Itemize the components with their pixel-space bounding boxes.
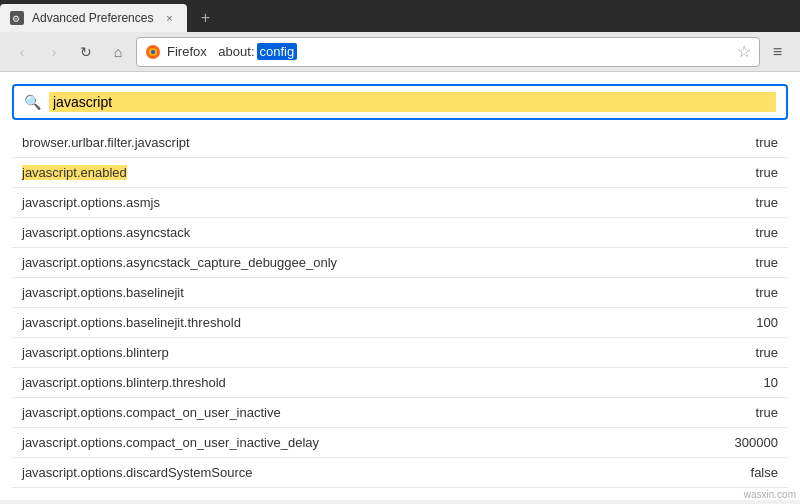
address-config: config xyxy=(257,43,298,60)
tab-title: Advanced Preferences xyxy=(32,11,153,25)
reload-button[interactable]: ↻ xyxy=(72,38,100,66)
home-button[interactable]: ⌂ xyxy=(104,38,132,66)
hamburger-menu-button[interactable]: ≡ xyxy=(764,38,792,66)
search-icon: 🔍 xyxy=(24,94,41,110)
table-row[interactable]: browser.urlbar.filter.javascripttrue xyxy=(12,128,788,158)
pref-name-cell: javascript.options.blinterp.threshold xyxy=(12,368,708,398)
table-row[interactable]: javascript.enabledtrue xyxy=(12,158,788,188)
navigation-bar: ‹ › ↻ ⌂ Firefox about:config ☆ ≡ xyxy=(0,32,800,72)
pref-value-cell: true xyxy=(708,278,788,308)
pref-name-cell: javascript.options.asmjs xyxy=(12,188,708,218)
content-area: 🔍 browser.urlbar.filter.javascripttrueja… xyxy=(0,72,800,500)
pref-name-cell: browser.urlbar.filter.javascript xyxy=(12,128,708,158)
pref-name-cell: javascript.options.blinterp xyxy=(12,338,708,368)
table-row[interactable]: javascript.options.blinterp.threshold10 xyxy=(12,368,788,398)
pref-value-cell: true xyxy=(708,128,788,158)
bookmark-star-button[interactable]: ☆ xyxy=(737,42,751,61)
pref-value-cell: true xyxy=(708,158,788,188)
pref-value-cell: 10 xyxy=(708,368,788,398)
address-prefix: Firefox xyxy=(167,44,207,59)
new-tab-button[interactable]: + xyxy=(191,4,219,32)
pref-name-cell: javascript.options.compact_on_user_inact… xyxy=(12,428,708,458)
highlighted-pref-name: javascript.enabled xyxy=(22,165,127,180)
back-button[interactable]: ‹ xyxy=(8,38,36,66)
active-tab[interactable]: ⚙ Advanced Preferences × xyxy=(0,4,187,32)
pref-value-cell: true xyxy=(708,398,788,428)
pref-name-cell: javascript.options.asyncstack_capture_de… xyxy=(12,248,708,278)
pref-name-cell: javascript.enabled xyxy=(12,158,708,188)
forward-button[interactable]: › xyxy=(40,38,68,66)
tab-area: ⚙ Advanced Preferences × + xyxy=(0,0,219,32)
table-row[interactable]: javascript.options.asyncstack_capture_de… xyxy=(12,248,788,278)
pref-value-cell: false xyxy=(708,458,788,488)
table-row[interactable]: javascript.options.blinterptrue xyxy=(12,338,788,368)
watermark: wasxin.com xyxy=(744,489,796,500)
svg-text:⚙: ⚙ xyxy=(12,14,20,24)
table-row[interactable]: javascript.options.discardSystemSourcefa… xyxy=(12,458,788,488)
table-row[interactable]: javascript.options.compact_on_user_inact… xyxy=(12,398,788,428)
pref-name-cell: javascript.options.compact_on_user_inact… xyxy=(12,398,708,428)
pref-value-cell: true xyxy=(708,248,788,278)
address-bar[interactable]: Firefox about:config ☆ xyxy=(136,37,760,67)
search-input[interactable] xyxy=(49,92,776,112)
table-row[interactable]: javascript.options.baselinejit.threshold… xyxy=(12,308,788,338)
pref-value-cell: true xyxy=(708,338,788,368)
address-about: about: xyxy=(218,44,254,59)
table-row[interactable]: javascript.options.asyncstacktrue xyxy=(12,218,788,248)
pref-value-cell: true xyxy=(708,188,788,218)
preferences-table: browser.urlbar.filter.javascripttruejava… xyxy=(12,128,788,488)
pref-name-cell: javascript.options.baselinejit.threshold xyxy=(12,308,708,338)
table-row[interactable]: javascript.options.asmjstrue xyxy=(12,188,788,218)
address-text: Firefox about:config xyxy=(167,43,731,60)
pref-name-cell: javascript.options.baselinejit xyxy=(12,278,708,308)
address-separator xyxy=(211,44,215,59)
pref-name-cell: javascript.options.discardSystemSource xyxy=(12,458,708,488)
pref-value-cell: 100 xyxy=(708,308,788,338)
tab-close-button[interactable]: × xyxy=(161,10,177,26)
table-row[interactable]: javascript.options.compact_on_user_inact… xyxy=(12,428,788,458)
svg-point-4 xyxy=(151,50,155,54)
title-bar: ⚙ Advanced Preferences × + xyxy=(0,0,800,32)
table-row[interactable]: javascript.options.baselinejittrue xyxy=(12,278,788,308)
search-container: 🔍 xyxy=(12,84,788,120)
tab-favicon: ⚙ xyxy=(10,11,24,25)
pref-value-cell: true xyxy=(708,218,788,248)
pref-name-cell: javascript.options.asyncstack xyxy=(12,218,708,248)
firefox-logo-icon xyxy=(145,44,161,60)
pref-value-cell: 300000 xyxy=(708,428,788,458)
